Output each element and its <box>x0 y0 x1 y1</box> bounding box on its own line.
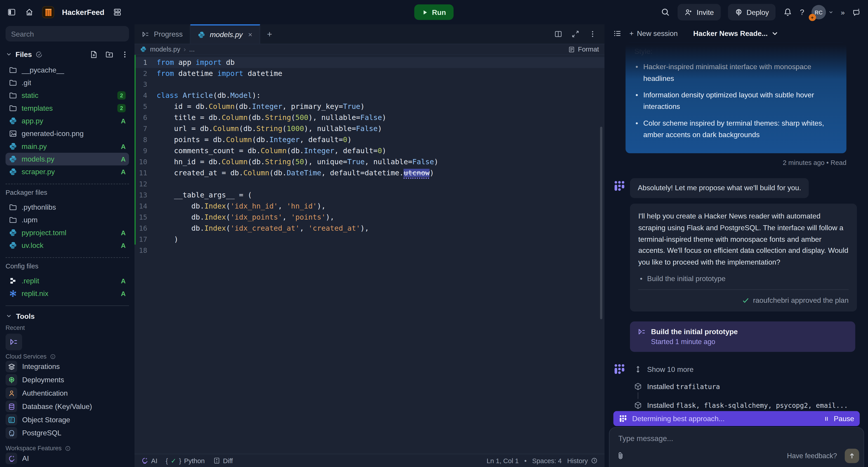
new-session-button[interactable]: + New session <box>629 29 678 38</box>
home-icon[interactable] <box>24 7 34 17</box>
search-input[interactable] <box>11 30 123 38</box>
account-menu[interactable]: RC ✦ <box>811 5 834 20</box>
file-row-models.py[interactable]: models.pyA <box>5 153 129 165</box>
tab-models-py[interactable]: models.py × <box>191 24 260 44</box>
line-number: 10 <box>134 157 157 168</box>
format-button[interactable]: Format <box>568 45 599 53</box>
code-line-6[interactable]: 6 title = db.Column(db.String(500), null… <box>134 112 604 123</box>
installed-row[interactable]: Installed trafilatura <box>634 380 868 393</box>
indent-setting[interactable]: Spaces: 4 <box>532 457 562 465</box>
new-file-icon[interactable] <box>90 50 98 59</box>
python-icon <box>9 155 17 163</box>
file-row-pyproject.toml[interactable]: pyproject.tomlA <box>5 226 129 239</box>
send-button[interactable] <box>845 449 859 463</box>
tool-item-deployments[interactable]: Deployments <box>5 373 129 386</box>
code-line-8[interactable]: 8 points = db.Column(db.Integer, default… <box>134 134 604 145</box>
code-line-13[interactable]: 13 __table_args__ = ( <box>134 190 604 201</box>
new-folder-icon[interactable] <box>105 50 114 59</box>
file-row--pycache-[interactable]: __pycache__ <box>5 64 129 76</box>
session-list-icon[interactable] <box>612 29 622 38</box>
tool-item-integrations[interactable]: Integrations <box>5 360 129 373</box>
code-line-15[interactable]: 15 db.Index('idx_points', 'points'), <box>134 212 604 223</box>
code-line-16[interactable]: 16 db.Index('idx_created_at', 'created_a… <box>134 223 604 234</box>
collapse-panel-icon[interactable]: » <box>841 8 844 16</box>
feedback-link[interactable]: Have feedback? <box>787 452 837 460</box>
search-icon[interactable] <box>661 7 671 17</box>
deploy-button[interactable]: Deploy <box>727 4 776 20</box>
code-editor[interactable]: 1from app import db2from datetime import… <box>134 55 604 454</box>
breadcrumb-more[interactable]: ... <box>189 45 195 53</box>
code-line-5[interactable]: 5 id = db.Column(db.Integer, primary_key… <box>134 101 604 112</box>
code-line-17[interactable]: 17 ) <box>134 234 604 245</box>
code-line-7[interactable]: 7 url = db.Column(db.String(1000), nulla… <box>134 123 604 134</box>
tool-item-postgresql[interactable]: PostgreSQL <box>5 427 129 439</box>
code-text: class Article(db.Model): <box>157 90 260 101</box>
code-line-18[interactable]: 18 <box>134 245 604 256</box>
recent-tool-progress[interactable] <box>5 334 22 350</box>
file-row-.replit[interactable]: .replitA <box>5 274 129 287</box>
tools-section-header[interactable]: Tools <box>5 310 129 322</box>
ai-chat-icon[interactable] <box>851 7 862 17</box>
sidebar-toggle-icon[interactable] <box>6 7 17 17</box>
attachment-paperclip-icon[interactable] <box>616 452 625 460</box>
chat-messages[interactable]: Style: Hacker-inspired minimalist interf… <box>604 43 868 412</box>
file-row-generated-icon.png[interactable]: generated-icon.png <box>5 127 129 140</box>
close-tab-icon[interactable]: × <box>248 31 252 39</box>
code-line-1[interactable]: 1from app import db <box>134 57 604 68</box>
app-title[interactable]: HackerFeed <box>62 8 104 16</box>
file-row-uv.lock[interactable]: uv.lockA <box>5 239 129 252</box>
code-line-9[interactable]: 9 comments_count = db.Column(db.Integer,… <box>134 145 604 157</box>
pause-button[interactable]: Pause <box>823 414 854 423</box>
notifications-bell-icon[interactable] <box>783 7 793 17</box>
cursor-position[interactable]: Ln 1, Col 1 <box>487 457 519 465</box>
tab-progress[interactable]: Progress <box>134 24 190 44</box>
file-row-scraper.py[interactable]: scraper.pyA <box>5 165 129 178</box>
tool-item-ai[interactable]: AI <box>5 452 129 465</box>
code-line-14[interactable]: 14 db.Index('idx_hn_id', 'hn_id'), <box>134 201 604 212</box>
file-row-.pythonlibs[interactable]: .pythonlibs <box>5 201 129 213</box>
file-row-static[interactable]: static2 <box>5 89 129 102</box>
line-number: 4 <box>134 90 157 101</box>
maximize-icon[interactable] <box>571 30 580 38</box>
tool-item-authentication[interactable]: Authentication <box>5 387 129 399</box>
breadcrumb[interactable]: models.py › ... Format <box>134 44 604 55</box>
invite-button[interactable]: Invite <box>678 4 721 20</box>
check-icon <box>742 296 749 304</box>
status-language[interactable]: {✓} Python <box>166 457 205 465</box>
run-button[interactable]: Run <box>414 4 454 20</box>
editor-menu-kebab-icon[interactable] <box>588 30 597 38</box>
help-icon[interactable]: ? <box>800 8 804 16</box>
code-line-11[interactable]: 11 created_at = db.Column(db.DateTime, d… <box>134 168 604 179</box>
tool-item-object-storage[interactable]: 1001Object Storage <box>5 413 129 426</box>
new-tab-button[interactable]: + <box>260 24 279 44</box>
files-section-header[interactable]: Files <box>5 49 129 59</box>
status-ai[interactable]: AI <box>141 457 157 465</box>
message-input[interactable] <box>618 434 855 443</box>
code-line-12[interactable]: 12 <box>134 179 604 190</box>
session-title-dropdown[interactable]: Hacker News Reade... <box>693 29 779 38</box>
file-row-.upm[interactable]: .upm <box>5 213 129 226</box>
file-row-main.py[interactable]: main.pyA <box>5 140 129 153</box>
split-view-icon[interactable] <box>554 30 562 38</box>
history-button[interactable]: History <box>567 457 598 465</box>
files-menu-kebab-icon[interactable] <box>121 50 129 59</box>
tool-item-database-key-value-[interactable]: Database (Key/Value) <box>5 400 129 413</box>
code-line-3[interactable]: 3 <box>134 79 604 90</box>
task-progress-card[interactable]: Build the initial prototype Started 1 mi… <box>630 322 855 352</box>
code-line-4[interactable]: 4class Article(db.Model): <box>134 90 604 101</box>
code-line-10[interactable]: 10 hn_id = db.Column(db.String(50), uniq… <box>134 157 604 168</box>
show-more-button[interactable]: Show 10 more <box>634 363 868 375</box>
sidebar-search[interactable] <box>5 26 129 41</box>
file-row-app.py[interactable]: app.pyA <box>5 114 129 127</box>
file-row-replit.nix[interactable]: replit.nixA <box>5 287 129 300</box>
code-line-2[interactable]: 2from datetime import datetime <box>134 68 604 79</box>
file-row-templates[interactable]: templates2 <box>5 102 129 114</box>
file-row-.git[interactable]: .git <box>5 76 129 89</box>
editor-scrollbar[interactable] <box>600 127 602 319</box>
chat-input-box[interactable]: Have feedback? <box>609 427 864 467</box>
installed-row[interactable]: Installed flask, flask-sqlalchemy, psyco… <box>634 399 868 411</box>
app-icon[interactable] <box>42 6 54 18</box>
status-diff[interactable]: Diff <box>213 457 233 465</box>
status-stack-icon[interactable] <box>112 7 122 17</box>
tab-label: Progress <box>154 30 183 38</box>
